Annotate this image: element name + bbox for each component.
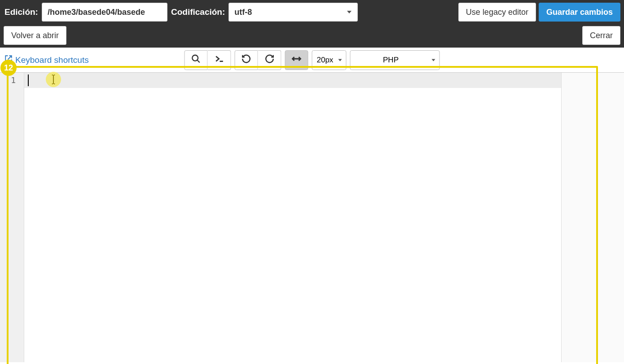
svg-line-1 bbox=[197, 60, 200, 63]
close-button[interactable]: Cerrar bbox=[582, 26, 620, 45]
undo-icon bbox=[242, 54, 251, 66]
line-number: 1 bbox=[0, 73, 24, 88]
search-button[interactable] bbox=[185, 50, 208, 70]
language-select[interactable]: PHP bbox=[350, 50, 440, 70]
editor-topbar: Edición: Codificación: utf-8 Use legacy … bbox=[0, 0, 624, 48]
code-editor[interactable]: 12 1 bbox=[0, 73, 624, 362]
keyboard-shortcuts-link[interactable]: Keyboard shortcuts bbox=[4, 55, 89, 65]
search-icon bbox=[191, 54, 201, 66]
code-textarea[interactable] bbox=[24, 73, 624, 362]
terminal-button[interactable] bbox=[208, 50, 231, 70]
save-button[interactable]: Guardar cambios bbox=[539, 3, 620, 22]
legacy-editor-button[interactable]: Use legacy editor bbox=[458, 3, 536, 22]
fontsize-select[interactable]: 20px bbox=[312, 50, 347, 70]
active-line[interactable] bbox=[24, 73, 624, 88]
cursor-pointer-annotation bbox=[46, 72, 61, 87]
undo-button[interactable] bbox=[235, 50, 258, 70]
minimap-lane[interactable] bbox=[561, 73, 624, 362]
text-cursor bbox=[28, 75, 29, 86]
keyboard-shortcuts-label: Keyboard shortcuts bbox=[15, 55, 89, 65]
terminal-icon bbox=[214, 54, 224, 66]
file-path-input[interactable] bbox=[42, 3, 167, 22]
svg-point-0 bbox=[192, 55, 198, 61]
line-number-gutter: 1 bbox=[0, 73, 24, 362]
reopen-button[interactable]: Volver a abrir bbox=[4, 26, 66, 45]
wrap-toggle-button[interactable] bbox=[285, 50, 308, 70]
encoding-select[interactable]: utf-8 bbox=[229, 3, 358, 22]
redo-button[interactable] bbox=[258, 50, 281, 70]
redo-icon bbox=[264, 54, 274, 66]
external-link-icon bbox=[4, 55, 13, 65]
edit-label: Edición: bbox=[4, 7, 39, 17]
editor-toolbar: Keyboard shortcuts bbox=[0, 48, 624, 73]
horizontal-arrows-icon bbox=[291, 53, 302, 66]
encoding-label: Codificación: bbox=[170, 7, 226, 17]
